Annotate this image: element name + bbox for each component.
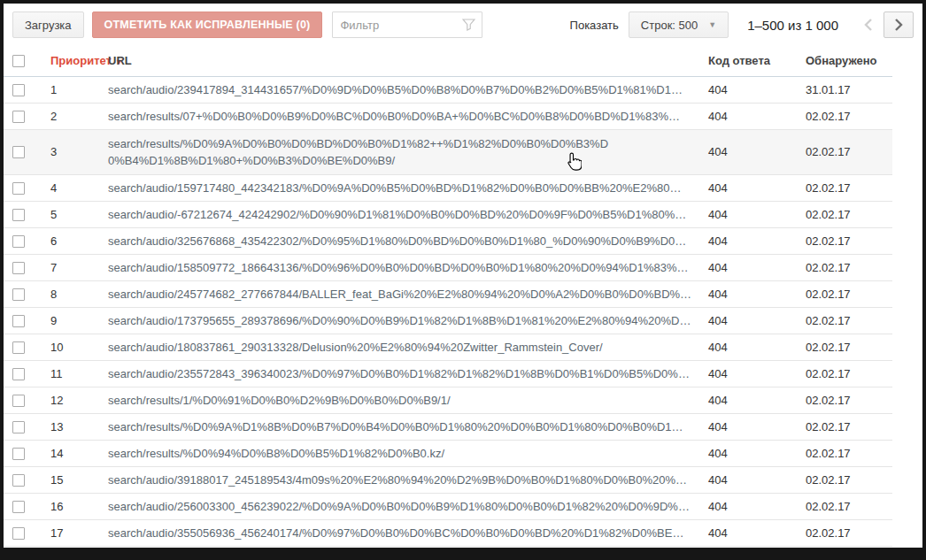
priority-column-header[interactable]: Приоритет▼ [39, 45, 108, 76]
response-code-cell: 404 [708, 103, 806, 129]
detected-date-cell: 02.02.17 [806, 227, 892, 254]
previous-page-button[interactable] [853, 12, 884, 38]
row-checkbox[interactable] [12, 182, 25, 195]
priority-cell: 1 [39, 76, 108, 103]
table-row: 15 search/audio/39188017_245189543/4m09s… [4, 466, 892, 493]
priority-cell: 4 [39, 174, 108, 201]
response-code-cell: 404 [708, 519, 806, 546]
errors-table: Приоритет▼ URL Код ответа Обнаружено 1 s… [4, 45, 892, 547]
url-link[interactable]: search/audio/239417894_314431657/%D0%9D%… [108, 83, 708, 96]
row-checkbox[interactable] [12, 395, 25, 407]
url-link[interactable]: search/results/%D0%94%D0%B8%D0%B5%D1%82%… [108, 447, 708, 460]
table-row: 9 search/audio/173795655_289378696/%D0%9… [4, 307, 892, 334]
priority-cell: 2 [39, 103, 108, 129]
url-link[interactable]: search/audio/180837861_290313328/Delusio… [108, 341, 708, 354]
table-row: 12 search/results/1/%D0%91%D0%B0%D2%9B%D… [4, 387, 892, 413]
priority-cell: 9 [39, 307, 108, 334]
detected-date-cell: 02.02.17 [806, 360, 892, 387]
detected-date-cell: 02.02.17 [806, 387, 892, 413]
table-row: 10 search/audio/180837861_290313328/Delu… [4, 334, 892, 360]
pager [853, 12, 914, 38]
url-link[interactable]: search/audio/325676868_435422302/%D0%95%… [108, 234, 708, 248]
response-code-cell: 404 [708, 466, 806, 493]
select-all-checkbox[interactable] [12, 55, 25, 67]
filter-field-wrap [332, 12, 482, 38]
row-checkbox[interactable] [12, 209, 25, 221]
priority-cell: 14 [39, 440, 108, 466]
row-checkbox[interactable] [12, 368, 25, 380]
table-row: 6 search/audio/325676868_435422302/%D0%9… [4, 227, 892, 254]
priority-cell: 16 [39, 493, 108, 519]
table-row: 11 search/audio/235572843_396340023/%D0%… [4, 360, 892, 387]
url-link[interactable]: search/audio/159717480_442342183/%D0%9A%… [108, 181, 708, 195]
url-link[interactable]: search/audio/158509772_186643136/%D0%96%… [108, 261, 708, 274]
detected-date-cell: 02.02.17 [806, 129, 892, 174]
table-row: 13 search/results/%D0%9A%D1%8B%D0%B7%D0%… [4, 413, 892, 440]
url-link[interactable]: search/results/%D0%9A%D0%B0%D0%BD%D0%B0%… [108, 130, 609, 174]
detected-date-cell: 02.02.17 [806, 103, 892, 129]
detected-date-cell: 02.02.17 [806, 174, 892, 201]
url-link[interactable]: search/results/1/%D0%91%D0%B0%D2%9B%D0%B… [108, 394, 708, 407]
priority-cell: 6 [39, 227, 108, 254]
url-link[interactable]: search/audio/235572843_396340023/%D0%97%… [108, 367, 708, 380]
row-checkbox[interactable] [12, 341, 25, 354]
detected-date-cell: 02.02.17 [806, 307, 892, 334]
url-link[interactable]: search/audio/39188017_245189543/4m09s%20… [108, 473, 708, 487]
row-checkbox[interactable] [12, 111, 25, 123]
priority-cell: 10 [39, 334, 108, 360]
row-checkbox[interactable] [12, 448, 25, 460]
table-row: 14 search/results/%D0%94%D0%B8%D0%B5%D1%… [4, 440, 892, 466]
filter-input[interactable] [332, 12, 482, 38]
row-checkbox[interactable] [12, 262, 25, 274]
detected-date-cell: 02.02.17 [806, 519, 892, 546]
priority-cell: 13 [39, 413, 108, 440]
row-checkbox[interactable] [12, 527, 25, 540]
response-code-cell: 404 [708, 254, 806, 280]
row-checkbox[interactable] [12, 421, 25, 433]
table-row: 4 search/audio/159717480_442342183/%D0%9… [4, 174, 892, 201]
next-page-button[interactable] [884, 12, 914, 38]
url-link[interactable]: search/results/%D0%9A%D1%8B%D0%B7%D0%B4%… [108, 420, 708, 433]
priority-cell: 11 [39, 360, 108, 387]
priority-cell: 3 [39, 129, 108, 174]
table-row: 5 search/audio/-67212674_424242902/%D0%9… [4, 201, 892, 227]
table-row: 2 search/results/07+%D0%B0%D0%B9%D0%BC%D… [4, 103, 892, 129]
detected-date-cell: 02.02.17 [806, 201, 892, 227]
table-row: 1 search/audio/239417894_314431657/%D0%9… [4, 76, 892, 103]
row-checkbox[interactable] [12, 146, 25, 158]
response-code-cell: 404 [708, 129, 806, 174]
row-checkbox[interactable] [12, 501, 25, 513]
row-checkbox[interactable] [12, 288, 25, 301]
url-link[interactable]: search/audio/256003300_456239022/%D0%9A%… [108, 500, 708, 513]
response-code-cell: 404 [708, 360, 806, 387]
row-checkbox[interactable] [12, 84, 25, 96]
response-code-cell: 404 [708, 334, 806, 360]
code-column-header[interactable]: Код ответа [708, 45, 806, 76]
table-row: 8 search/audio/245774682_277667844/BALLE… [4, 280, 892, 307]
detected-date-cell: 02.02.17 [806, 254, 892, 280]
url-link[interactable]: search/audio/-67212674_424242902/%D0%90%… [108, 208, 708, 221]
response-code-cell: 404 [708, 227, 806, 254]
detected-date-cell: 02.02.17 [806, 334, 892, 360]
priority-cell: 5 [39, 201, 108, 227]
response-code-cell: 404 [708, 280, 806, 307]
mark-as-fixed-button[interactable]: ОТМЕТИТЬ КАК ИСПРАВЛЕННЫЕ (0) [92, 12, 323, 38]
response-code-cell: 404 [708, 493, 806, 519]
priority-cell: 12 [39, 387, 108, 413]
url-column-header[interactable]: URL [108, 45, 708, 76]
pagination-range: 1–500 из 1 000 [747, 18, 838, 33]
rows-per-page-dropdown[interactable]: Строк: 500 ▼ [629, 12, 729, 38]
response-code-cell: 404 [708, 387, 806, 413]
detected-column-header[interactable]: Обнаружено [806, 45, 892, 76]
url-link[interactable]: search/audio/245774682_277667844/BALLER_… [108, 288, 708, 301]
table-row-hovered: 3 search/results/%D0%9A%D0%B0%D0%BD%D0%B… [4, 129, 892, 174]
download-button[interactable]: Загрузка [12, 12, 84, 38]
detected-date-cell: 02.02.17 [806, 440, 892, 466]
url-link[interactable]: search/audio/355056936_456240174/%D0%97%… [108, 526, 708, 540]
row-checkbox[interactable] [12, 235, 25, 248]
url-link[interactable]: search/results/07+%D0%B0%D0%B9%D0%BC%D0%… [108, 110, 708, 123]
url-link[interactable]: search/audio/173795655_289378696/%D0%90%… [108, 314, 708, 327]
row-checkbox[interactable] [12, 474, 25, 487]
priority-cell: 15 [39, 466, 108, 493]
row-checkbox[interactable] [12, 315, 25, 327]
